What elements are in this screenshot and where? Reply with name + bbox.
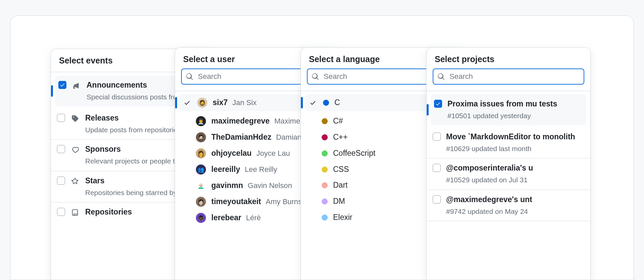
user-username: six7 bbox=[213, 98, 228, 108]
checkbox[interactable] bbox=[57, 114, 65, 122]
language-name: Elexir bbox=[333, 213, 353, 222]
avatar: 👩🏻 bbox=[196, 197, 206, 207]
selection-indicator bbox=[175, 97, 177, 108]
check-icon bbox=[308, 99, 318, 106]
project-meta: #10529 updated on Jul 31 bbox=[446, 175, 584, 185]
language-swatch bbox=[322, 118, 328, 124]
user-fullname: Lee Reilly bbox=[245, 165, 277, 174]
avatar: 👨‍💼 bbox=[196, 116, 206, 126]
checkbox[interactable] bbox=[58, 81, 66, 89]
selection-indicator bbox=[427, 104, 429, 115]
heart-icon bbox=[70, 145, 80, 154]
language-name: CoffeeScript bbox=[333, 149, 375, 157]
user-username: lerebear bbox=[211, 213, 241, 223]
user-username: ohjoycelau bbox=[211, 148, 252, 158]
repo-icon bbox=[70, 208, 80, 217]
user-username: maximedegreve bbox=[211, 116, 270, 126]
panel-title: Select projects bbox=[435, 54, 582, 64]
user-username: TheDamianHdez bbox=[211, 132, 271, 142]
user-fullname: Jan Six bbox=[232, 98, 257, 107]
search-input[interactable] bbox=[433, 68, 584, 85]
user-fullname: Damian bbox=[276, 133, 302, 142]
megaphone-icon bbox=[72, 81, 81, 90]
project-item[interactable]: @maximedegreve's unt #9742 updated on Ma… bbox=[427, 190, 590, 221]
selection-indicator bbox=[301, 97, 303, 108]
check-icon bbox=[182, 99, 192, 106]
language-name: C# bbox=[333, 116, 343, 125]
language-name: DM bbox=[333, 197, 345, 205]
user-username: gavinmn bbox=[211, 181, 243, 191]
project-title: @composerinteralia's u bbox=[446, 163, 584, 173]
panel-select-projects: Select projects Proxima issues from mu t… bbox=[426, 47, 591, 280]
project-meta: #9742 updated on May 24 bbox=[446, 207, 584, 216]
language-swatch bbox=[322, 198, 328, 204]
project-item[interactable]: Move `MarkdownEditor to monolith #10629 … bbox=[427, 127, 590, 158]
project-meta: #10629 updated last month bbox=[446, 144, 584, 153]
checkbox[interactable] bbox=[57, 145, 65, 153]
language-swatch bbox=[322, 134, 328, 140]
checkbox[interactable] bbox=[433, 195, 441, 203]
search-icon bbox=[437, 73, 445, 80]
language-swatch bbox=[322, 215, 328, 221]
language-swatch bbox=[322, 182, 328, 188]
checkbox[interactable] bbox=[433, 133, 441, 141]
user-username: leereilly bbox=[211, 165, 240, 175]
search-icon bbox=[186, 73, 193, 80]
search-icon bbox=[312, 73, 319, 80]
language-swatch bbox=[322, 150, 328, 156]
selection-indicator bbox=[51, 85, 53, 97]
language-name: C++ bbox=[333, 133, 347, 141]
avatar: 👨🏿 bbox=[196, 213, 206, 223]
checkbox[interactable] bbox=[57, 177, 65, 185]
project-item[interactable]: @composerinteralia's u #10529 updated on… bbox=[427, 158, 590, 190]
project-title: Proxima issues from mu tests bbox=[447, 99, 583, 109]
language-name: Dart bbox=[333, 181, 347, 189]
project-title: @maximedegreve's unt bbox=[446, 195, 584, 205]
stage: Select events Announcements Special disc… bbox=[10, 15, 634, 280]
avatar: 👩 bbox=[196, 148, 206, 158]
avatar: 👥 bbox=[196, 165, 206, 175]
user-fullname: Gavin Nelson bbox=[248, 181, 292, 190]
project-meta: #10501 updated yesterday bbox=[447, 111, 583, 121]
avatar: 🧔 bbox=[197, 98, 207, 108]
tag-icon bbox=[70, 114, 80, 123]
user-fullname: Lérè bbox=[246, 214, 261, 222]
project-title: Move `MarkdownEditor to monolith bbox=[446, 132, 584, 142]
avatar: 👨🏻‍🦲 bbox=[196, 181, 206, 191]
language-swatch bbox=[322, 167, 328, 173]
checkbox[interactable] bbox=[433, 164, 441, 172]
language-name: C bbox=[334, 98, 340, 107]
user-fullname: Maxime bbox=[274, 117, 300, 126]
language-swatch bbox=[323, 100, 329, 106]
project-item[interactable]: Proxima issues from mu tests #10501 upda… bbox=[431, 94, 586, 125]
user-username: timeyoutakeit bbox=[211, 197, 261, 207]
checkbox[interactable] bbox=[57, 208, 65, 216]
star-icon bbox=[70, 177, 80, 186]
avatar: 🧔🏻 bbox=[196, 132, 206, 142]
user-fullname: Amy Burns bbox=[266, 197, 302, 206]
language-name: CSS bbox=[333, 165, 349, 174]
user-fullname: Joyce Lau bbox=[256, 149, 290, 158]
checkbox[interactable] bbox=[434, 100, 442, 108]
